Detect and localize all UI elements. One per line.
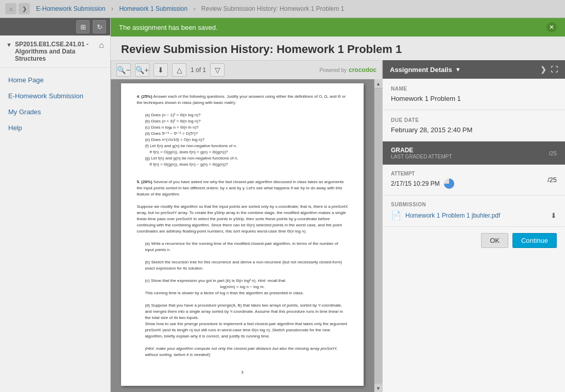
sidebar-item-home[interactable]: Home Page (0, 72, 110, 88)
sidebar-item-ehomework[interactable]: E-Homework Submission (0, 88, 110, 104)
submission-section: SUBMISSION 📄 Homework 1 Problem 1 jbuhle… (383, 195, 565, 227)
due-date-section: DUE DATE February 28, 2015 2:40 PM (383, 110, 565, 141)
file-icon: 📄 (391, 210, 401, 220)
browser-bar: ⌂ ❯ E-Homework Submission › Homework 1 S… (0, 0, 565, 18)
panel-header: Assignment Details ▼ ❯ ⛶ (383, 60, 565, 79)
nav-icon[interactable]: ❯ (19, 3, 30, 14)
download-button[interactable]: ⬇ (153, 63, 168, 77)
crocodoc-logo: Powered by crocodoc (319, 66, 376, 74)
scroll-down-button[interactable]: ▼ (374, 384, 383, 392)
attempt-info: 2/17/15 10:29 PM (391, 179, 454, 189)
submission-file-link[interactable]: Homework 1 Problem 1 jbuhler.pdf (405, 212, 546, 219)
pdf-document-wrapper: 4. (25%) Answer each of the following qu… (111, 79, 382, 392)
browser-nav-icons[interactable]: ⌂ ❯ (5, 3, 30, 14)
submission-file: 📄 Homework 1 Problem 1 jbuhler.pdf ⬇ (391, 210, 557, 220)
app-container: ⊞ ↻ ▼ SP2015.E81.CSE.241.01 - Algorithms… (0, 18, 565, 392)
attempt-date: 2/17/15 10:29 PM (391, 180, 440, 187)
course-expand-arrow[interactable]: ▼ (6, 42, 12, 48)
notification-message: The assignment has been saved. (119, 24, 218, 31)
name-label: NAME (391, 86, 557, 92)
pdf-content: 4. (25%) Answer each of the following qu… (136, 94, 348, 376)
pdf-scroll-sidebar: ▲ ▼ (374, 79, 382, 392)
notification-close-button[interactable]: ✕ (546, 22, 557, 32)
panel-header-label: Assignment Details (390, 66, 452, 74)
attempt-progress-icon (444, 179, 454, 189)
zoom-out-button[interactable]: 🔍− (116, 63, 131, 77)
pdf-scroll-area[interactable]: 4. (25%) Answer each of the following qu… (111, 79, 374, 392)
sidebar: ⊞ ↻ ▼ SP2015.E81.CSE.241.01 - Algorithms… (0, 18, 111, 392)
sidebar-header: ⊞ ↻ (0, 18, 110, 35)
chevron-down-icon[interactable]: ▼ (455, 66, 461, 73)
sidebar-icon-refresh[interactable]: ↻ (93, 20, 106, 33)
grade-score: /25 (549, 149, 557, 157)
continue-button[interactable]: Continue (512, 233, 557, 248)
breadcrumb: E-Homework Submission › Homework 1 Submi… (34, 5, 346, 12)
page-title-bar: Review Submission History: Homework 1 Pr… (111, 37, 565, 60)
document-area: 🔍− 🔍+ ⬇ △ 1 of 1 ▽ Powered by crocodoc (111, 60, 565, 392)
sidebar-icon-pages[interactable]: ⊞ (76, 20, 90, 33)
grade-sublabel: LAST GRADED ATTEMPT (391, 154, 452, 159)
pdf-problem-4: 4. (25%) Answer each of the following qu… (136, 94, 348, 168)
name-value: Homework 1 Problem 1 (391, 95, 557, 102)
attempt-score: /25 (547, 176, 557, 184)
name-section: NAME Homework 1 Problem 1 (383, 79, 565, 110)
grade-label-block: GRADE LAST GRADED ATTEMPT (391, 147, 452, 159)
prev-page-button[interactable]: △ (172, 63, 186, 77)
attempt-info-block: ATTEMPT 2/17/15 10:29 PM (391, 171, 454, 189)
panel-forward-icon[interactable]: ❯ (540, 65, 546, 74)
sidebar-nav: Home Page E-Homework Submission My Grade… (0, 68, 110, 140)
grade-label: GRADE (391, 147, 452, 154)
zoom-in-button[interactable]: 🔍+ (135, 63, 149, 77)
pdf-page: 4. (25%) Answer each of the following qu… (121, 83, 363, 386)
panel-header-left: Assignment Details ▼ (390, 66, 461, 74)
pdf-viewer: 🔍− 🔍+ ⬇ △ 1 of 1 ▽ Powered by crocodoc (111, 60, 382, 392)
due-date-value: February 28, 2015 2:40 PM (391, 126, 557, 134)
notification-bar: The assignment has been saved. ✕ (111, 18, 565, 37)
pdf-problem-5: 5. (26%) Several of you have asked me wh… (136, 179, 348, 358)
attempt-label: ATTEMPT (391, 171, 454, 176)
course-home-icon[interactable]: ⌂ (99, 41, 104, 50)
panel-header-icons: ❯ ⛶ (540, 65, 558, 74)
download-icon[interactable]: ⬇ (551, 211, 557, 220)
home-browser-icon[interactable]: ⌂ (5, 3, 16, 14)
sidebar-item-grades[interactable]: My Grades (0, 104, 110, 120)
grade-section: GRADE LAST GRADED ATTEMPT /25 (383, 141, 565, 165)
page-content: Review Submission History: Homework 1 Pr… (111, 37, 565, 392)
pdf-toolbar: 🔍− 🔍+ ⬇ △ 1 of 1 ▽ Powered by crocodoc (111, 60, 382, 79)
sidebar-item-help[interactable]: Help (0, 120, 110, 136)
course-title: ▼ SP2015.E81.CSE.241.01 - Algorithms and… (0, 35, 110, 68)
panel-actions: OK Continue (383, 227, 565, 254)
ok-button[interactable]: OK (481, 233, 508, 248)
due-date-label: DUE DATE (391, 117, 557, 123)
course-title-text: SP2015.E81.CSE.241.01 - Algorithms and D… (15, 41, 96, 62)
main-content: The assignment has been saved. ✕ Review … (111, 18, 565, 392)
attempt-section: ATTEMPT 2/17/15 10:29 PM /25 (383, 165, 565, 195)
page-title: Review Submission History: Homework 1 Pr… (121, 43, 555, 56)
submission-label: SUBMISSION (391, 202, 557, 207)
panel-expand-icon[interactable]: ⛶ (551, 65, 558, 74)
next-page-button[interactable]: ▽ (210, 63, 225, 77)
page-number: 3 (136, 369, 348, 376)
scroll-up-button[interactable]: ▲ (374, 79, 383, 88)
page-indicator: 1 of 1 (191, 66, 206, 74)
assignment-panel: Assignment Details ▼ ❯ ⛶ NAME Homework 1… (382, 60, 565, 392)
